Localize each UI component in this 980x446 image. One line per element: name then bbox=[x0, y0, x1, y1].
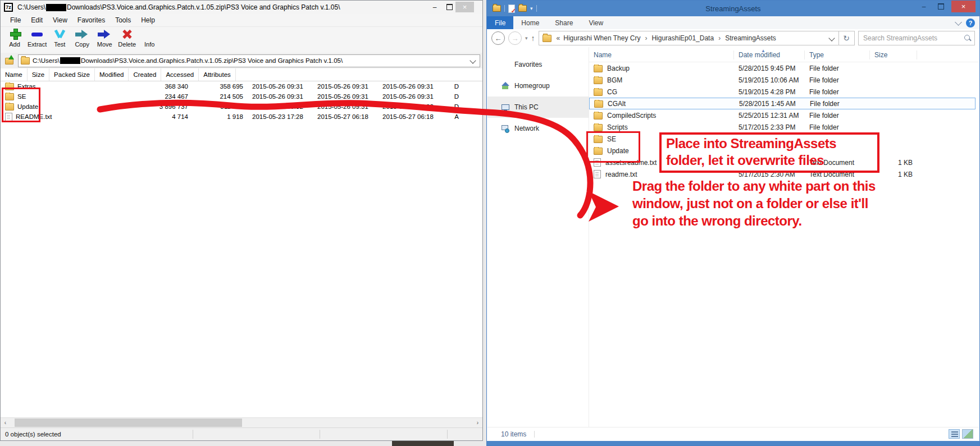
toolbar-button[interactable]: Add bbox=[5, 27, 24, 48]
file-size: 368 340 bbox=[141, 83, 193, 90]
chevron-down-icon[interactable] bbox=[955, 19, 962, 26]
menu-item[interactable]: Edit bbox=[26, 15, 48, 25]
ribbon-tab[interactable]: Share bbox=[547, 16, 581, 29]
history-chevron-icon[interactable]: ▾ bbox=[525, 35, 528, 41]
sidebar-item-label: Favorites bbox=[514, 61, 542, 68]
toolbar-button[interactable]: Info bbox=[140, 27, 159, 48]
file-size: 234 467 bbox=[141, 93, 193, 100]
zip-address-input[interactable]: C:\Users\Downloads\PS3.Voice.and.Graphic… bbox=[18, 54, 480, 67]
sidebar-item[interactable]: Network bbox=[487, 118, 589, 139]
sidebar-item[interactable]: Homegroup bbox=[487, 75, 589, 96]
details-view-icon[interactable] bbox=[949, 429, 960, 439]
menu-item[interactable]: File bbox=[5, 15, 26, 25]
column-header[interactable]: Name bbox=[589, 50, 734, 59]
toolbar-label: Extract bbox=[28, 41, 47, 48]
sidebar-item[interactable]: Favorites bbox=[487, 54, 589, 75]
desktop: 7z C:\Users\Downloads\PS3.Voice.and.Grap… bbox=[0, 0, 980, 446]
table-row[interactable]: Scripts 5/17/2015 2:33 PM File folder bbox=[589, 121, 976, 133]
column-header[interactable]: Modified bbox=[95, 68, 129, 81]
table-row[interactable]: CG 5/19/2015 4:28 PM File folder bbox=[589, 86, 976, 98]
refresh-icon[interactable]: ↻ bbox=[838, 31, 855, 45]
back-button[interactable]: ← bbox=[491, 31, 505, 45]
window-title: StreamingAssets bbox=[487, 4, 979, 13]
up-button[interactable]: ↑ bbox=[531, 34, 535, 43]
toolbar-label: Add bbox=[9, 41, 20, 48]
scroll-right-icon[interactable]: › bbox=[473, 418, 482, 427]
table-row[interactable]: Update 3 896 737 811 585 2015-05-26 09:3… bbox=[1, 102, 482, 112]
column-header[interactable]: Name bbox=[1, 68, 28, 81]
close-button[interactable]: × bbox=[455, 2, 474, 12]
toolbar-button[interactable]: Copy bbox=[72, 27, 92, 48]
selection-status: 0 object(s) selected bbox=[5, 431, 61, 438]
minimize-button[interactable]: – bbox=[427, 2, 442, 12]
toolbar-button[interactable]: Delete bbox=[117, 27, 136, 48]
file-accessed: 2015-05-26 09:31 bbox=[378, 83, 443, 90]
explorer-column-headers: Name Date modified Type Size bbox=[589, 48, 979, 62]
search-icon[interactable] bbox=[964, 35, 970, 40]
column-header[interactable]: Accessed bbox=[161, 68, 199, 81]
column-header[interactable]: Size bbox=[28, 68, 49, 81]
chevron-down-icon[interactable] bbox=[470, 57, 476, 63]
menu-item[interactable]: View bbox=[48, 15, 72, 25]
chevron-down-icon[interactable] bbox=[828, 35, 835, 41]
large-icons-view-icon[interactable] bbox=[962, 429, 973, 439]
toolbar-button[interactable]: Extract bbox=[28, 27, 47, 48]
ribbon-tab[interactable]: File bbox=[487, 16, 513, 29]
column-header[interactable]: Attributes bbox=[199, 68, 236, 81]
horizontal-scrollbar[interactable]: ‹ › bbox=[1, 417, 482, 427]
table-row[interactable]: README.txt 4 714 1 918 2015-05-23 17:28 … bbox=[1, 112, 482, 122]
zip-title-bar[interactable]: 7z C:\Users\Downloads\PS3.Voice.and.Grap… bbox=[1, 1, 482, 14]
scroll-left-icon[interactable]: ‹ bbox=[1, 418, 10, 427]
sidebar-item-label: This PC bbox=[514, 103, 539, 111]
file-list-pane[interactable]: ▲ Name Date modified Type Size Backup 5/… bbox=[589, 47, 979, 427]
table-row[interactable]: BGM 5/19/2015 10:06 AM File folder bbox=[589, 74, 976, 86]
file-type-icon bbox=[594, 170, 601, 178]
ribbon-tab[interactable]: Home bbox=[513, 16, 547, 29]
explorer-title-bar[interactable]: ▾ StreamingAssets – × bbox=[487, 1, 979, 16]
table-row[interactable]: SE 234 467 214 505 2015-05-26 09:31 2015… bbox=[1, 91, 482, 102]
search-input[interactable] bbox=[859, 31, 974, 45]
scrollbar-thumb[interactable] bbox=[15, 419, 242, 427]
up-folder-icon[interactable] bbox=[4, 55, 15, 66]
menu-item[interactable]: Help bbox=[136, 15, 160, 25]
menu-item[interactable]: Favorites bbox=[72, 15, 110, 25]
table-row[interactable]: Backup 5/28/2015 9:45 PM File folder bbox=[589, 62, 976, 74]
column-header[interactable]: Created bbox=[129, 68, 161, 81]
sidebar-item[interactable]: This PC bbox=[487, 96, 589, 118]
table-row[interactable]: CGAlt 5/28/2015 1:45 AM File folder bbox=[589, 98, 976, 109]
toolbar-button[interactable]: Test bbox=[50, 27, 69, 48]
column-header[interactable]: Type bbox=[805, 50, 870, 59]
column-header[interactable]: Packed Size bbox=[49, 68, 95, 81]
file-packed-size: 811 585 bbox=[193, 103, 248, 110]
file-name: CompiledScripts bbox=[607, 112, 656, 119]
table-row[interactable]: CompiledScripts 5/25/2015 12:31 AM File … bbox=[589, 109, 976, 121]
sidebar-item-label: Network bbox=[514, 125, 539, 132]
annotation-box-se-update-explorer bbox=[586, 131, 640, 163]
breadcrumb-overflow-icon[interactable]: « bbox=[557, 34, 560, 42]
ribbon-tabs: FileHomeShareView ? bbox=[487, 16, 979, 30]
menu-item[interactable]: Tools bbox=[110, 15, 136, 25]
zip-list-empty-area[interactable] bbox=[1, 122, 482, 417]
ribbon-tab[interactable]: View bbox=[581, 16, 611, 29]
file-modified: 2015-05-26 09:32 bbox=[248, 103, 313, 110]
file-type: File folder bbox=[805, 112, 870, 119]
column-header[interactable]: Size bbox=[870, 50, 917, 59]
breadcrumb-segment[interactable]: HigurashiEp01_Data bbox=[644, 34, 715, 42]
explorer-status-bar: 10 items bbox=[487, 427, 979, 441]
help-icon[interactable]: ? bbox=[966, 19, 975, 27]
breadcrumb[interactable]: « Higurashi When They CryHigurashiEp01_D… bbox=[539, 31, 839, 45]
breadcrumb-segment[interactable]: Higurashi When They Cry bbox=[562, 34, 641, 42]
file-type-icon bbox=[594, 100, 603, 108]
maximize-button[interactable] bbox=[442, 2, 457, 12]
column-header[interactable]: Date modified bbox=[734, 50, 805, 59]
file-created: 2015-05-27 06:18 bbox=[313, 113, 378, 120]
maximize-button[interactable] bbox=[933, 1, 948, 12]
close-button[interactable]: × bbox=[951, 1, 976, 12]
breadcrumb-segment[interactable]: StreamingAssets bbox=[717, 34, 777, 42]
table-row[interactable]: Extras 368 340 358 695 2015-05-26 09:31 … bbox=[1, 81, 482, 91]
file-type-icon bbox=[594, 77, 603, 84]
minimize-button[interactable]: – bbox=[917, 1, 931, 12]
forward-button[interactable]: → bbox=[508, 31, 522, 45]
toolbar-button[interactable]: Move bbox=[95, 27, 114, 48]
file-packed-size: 214 505 bbox=[193, 93, 248, 100]
